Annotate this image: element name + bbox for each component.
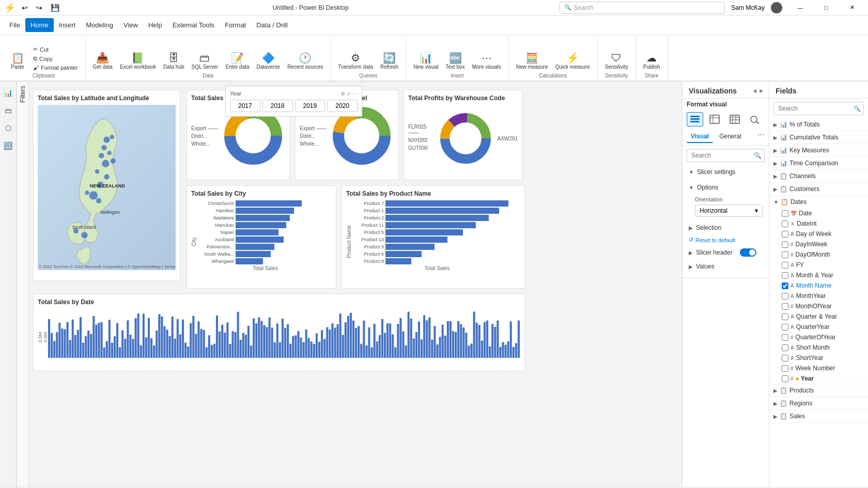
menu-modeling[interactable]: Modeling <box>81 18 118 32</box>
field-item[interactable]: ✕DateInt <box>769 218 868 229</box>
viz-search-input[interactable] <box>687 149 765 162</box>
excel-btn[interactable]: 📗 Excel workbook <box>117 51 159 72</box>
get-data-btn[interactable]: 📥 Get data <box>90 51 116 72</box>
field-checkbox[interactable] <box>782 355 788 361</box>
options-header[interactable]: ▼ Options <box>689 181 763 194</box>
data-view-icon[interactable]: 🗃 <box>1 103 16 118</box>
field-item[interactable]: AQuarterYear <box>769 322 868 332</box>
field-item[interactable]: AShort Month <box>769 342 868 353</box>
field-item[interactable]: #Week Number <box>769 363 868 373</box>
slicer-header-toggle[interactable] <box>740 248 756 257</box>
field-item[interactable]: AFY <box>769 260 868 270</box>
year-2020[interactable]: 2020 <box>327 100 358 112</box>
field-checkbox[interactable] <box>782 375 788 382</box>
menu-view[interactable]: View <box>118 18 143 32</box>
title-search-box[interactable]: 🔍 Search <box>560 2 725 14</box>
field-checkbox[interactable] <box>782 231 788 238</box>
menu-file[interactable]: File <box>4 18 25 32</box>
viz-icon-slicer[interactable] <box>687 112 703 127</box>
menu-data-drill[interactable]: Data / Drill <box>251 18 293 32</box>
tab-visual[interactable]: Visual <box>687 131 713 143</box>
slicer-settings-header[interactable]: ▼ Slicer settings <box>683 165 769 179</box>
field-item[interactable]: AMonth Name <box>769 280 868 291</box>
field-item[interactable]: AShortYear <box>769 353 868 363</box>
field-group-header[interactable]: ▶📋Regions <box>769 397 868 410</box>
slicer-header-section[interactable]: ▶ Slicer header <box>689 245 763 260</box>
field-group-header[interactable]: ▶📋Products <box>769 384 868 397</box>
quick-measure-btn[interactable]: ⚡ Quick measure <box>552 51 593 72</box>
dataverse-btn[interactable]: 🔷 Dataverse <box>254 51 284 72</box>
menu-external-tools[interactable]: External Tools <box>167 18 220 32</box>
report-view-icon[interactable]: 📊 <box>1 86 16 100</box>
field-checkbox[interactable] <box>782 251 788 258</box>
year-2017[interactable]: 2017 <box>230 100 260 112</box>
field-group-header[interactable]: ▶📊Time Comparison <box>769 157 868 169</box>
viz-icon-search[interactable] <box>746 112 763 127</box>
viz-expand-icon[interactable]: « <box>754 87 757 95</box>
field-checkbox[interactable] <box>782 313 788 320</box>
recent-sources-btn[interactable]: 🕐 Recent sources <box>284 51 326 72</box>
field-item[interactable]: #MonthOfYear <box>769 301 868 311</box>
fields-search-input[interactable] <box>773 102 864 115</box>
menu-help[interactable]: Help <box>143 18 167 32</box>
orientation-dropdown[interactable]: Horizontal ▾ <box>695 204 763 217</box>
tab-general[interactable]: General <box>715 131 746 143</box>
minimize-btn[interactable]: — <box>788 0 812 15</box>
field-item[interactable]: ADay of Week <box>769 229 868 239</box>
field-checkbox[interactable] <box>782 334 788 341</box>
year-2018[interactable]: 2018 <box>262 100 293 112</box>
text-box-btn[interactable]: 🔤 Text box <box>442 51 468 72</box>
values-header[interactable]: ▶ Values <box>689 260 763 273</box>
filters-label[interactable]: Filters <box>19 86 26 103</box>
sql-btn[interactable]: 🗃 SQL Server <box>189 51 222 72</box>
field-item[interactable]: #QuarterOfYear <box>769 332 868 342</box>
field-checkbox[interactable] <box>782 262 788 269</box>
field-group-header[interactable]: ▶📊% of Totals <box>769 118 868 131</box>
viz-icon-table[interactable] <box>706 112 723 127</box>
menu-format[interactable]: Format <box>220 18 251 32</box>
viz-options-icon[interactable]: » <box>759 87 763 95</box>
field-group-header[interactable]: ▶📋Customers <box>769 183 868 195</box>
field-checkbox[interactable] <box>782 293 788 300</box>
transform-btn[interactable]: ⚙ Transform data <box>335 51 376 72</box>
field-checkbox[interactable] <box>782 282 788 289</box>
new-measure-btn[interactable]: 🧮 New measure <box>513 51 551 72</box>
data-hub-btn[interactable]: 🗄 Data hub <box>160 51 188 72</box>
more-visuals-btn[interactable]: ⋯ More visuals <box>469 51 504 72</box>
field-checkbox[interactable] <box>782 303 788 310</box>
cut-btn[interactable]: ✂ Cut <box>30 45 81 54</box>
field-checkbox[interactable] <box>782 365 788 372</box>
maximize-btn[interactable]: □ <box>814 0 838 15</box>
canvas-area[interactable]: Year ⚙ ⤢ ⋯ 2017 2018 2019 2020 Total Sal… <box>29 82 682 487</box>
field-group-header[interactable]: ▶📊Cumulative Totals <box>769 131 868 144</box>
paste-btn[interactable]: 📋 Paste <box>6 51 29 72</box>
selection-header[interactable]: ▶ Selection <box>689 221 763 234</box>
new-visual-btn[interactable]: 📊 New visual <box>410 51 441 72</box>
field-group-header[interactable]: ▼📋Dates <box>769 196 868 208</box>
save-btn[interactable]: 💾 <box>49 3 61 13</box>
field-checkbox[interactable] <box>782 272 788 279</box>
field-group-header[interactable]: ▶📋Channels <box>769 170 868 182</box>
copy-btn[interactable]: ⧉ Copy <box>30 54 81 63</box>
publish-btn[interactable]: ☁ Publish <box>640 51 663 72</box>
field-group-header[interactable]: ▶📊Key Measures <box>769 144 868 156</box>
close-btn[interactable]: ✕ <box>840 0 864 15</box>
format-painter-btn[interactable]: 🖌 Format painter <box>30 64 81 72</box>
field-checkbox[interactable] <box>782 324 788 330</box>
field-checkbox[interactable] <box>782 344 788 351</box>
field-group-header[interactable]: ▶📋Sales <box>769 410 868 422</box>
field-checkbox[interactable] <box>782 210 788 217</box>
enter-data-btn[interactable]: 📝 Enter data <box>222 51 252 72</box>
field-item[interactable]: #DayOfMonth <box>769 249 868 260</box>
refresh-btn[interactable]: 🔄 Refresh <box>377 51 401 72</box>
tab-more-icon[interactable]: ⋯ <box>757 131 765 143</box>
year-2019[interactable]: 2019 <box>295 100 326 112</box>
field-checkbox[interactable] <box>782 221 788 227</box>
field-item[interactable]: AMonthYear <box>769 291 868 301</box>
reset-to-default-btn[interactable]: ↺ Reset to default <box>689 234 763 245</box>
field-item[interactable]: AMonth & Year <box>769 270 868 280</box>
field-item[interactable]: #●Year <box>769 373 868 384</box>
field-item[interactable]: #DayInWeek <box>769 239 868 249</box>
viz-icon-matrix[interactable] <box>726 112 743 127</box>
undo-btn[interactable]: ↩ <box>20 3 30 13</box>
